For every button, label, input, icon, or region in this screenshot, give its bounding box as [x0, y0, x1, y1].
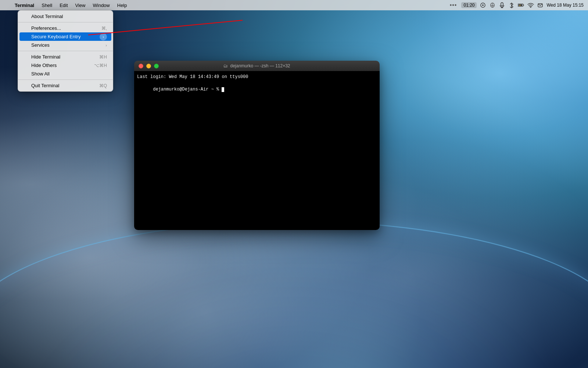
- terminal-line-2: dejanmurko@Dejans-Air ~ %: [137, 80, 377, 99]
- services-submenu-arrow: ›: [105, 43, 107, 47]
- quit-terminal-label: Quit Terminal: [31, 83, 59, 88]
- battery-icon[interactable]: ⚡: [518, 2, 524, 8]
- menu-item-services[interactable]: Services ›: [18, 41, 113, 49]
- apple-menu[interactable]: [4, 4, 9, 6]
- wifi-icon[interactable]: [527, 2, 534, 8]
- hide-terminal-shortcut: ⌘H: [99, 54, 107, 60]
- menu-item-about-terminal[interactable]: About Terminal: [18, 12, 113, 21]
- terminal-body[interactable]: Last login: Wed May 18 14:43:49 on ttys0…: [134, 71, 380, 230]
- menubar-left: Terminal Shell Edit View Window Help: [4, 2, 130, 9]
- dots-menu[interactable]: •••: [448, 1, 459, 9]
- menu-item-secure-keyboard[interactable]: Secure Keyboard Entry ›: [19, 32, 111, 41]
- menubar-view[interactable]: View: [72, 2, 89, 9]
- bluetooth-icon[interactable]: [508, 2, 515, 8]
- svg-point-1: [482, 4, 484, 6]
- svg-point-13: [530, 7, 531, 8]
- notification-icon[interactable]: [537, 2, 544, 8]
- show-all-label: Show All: [31, 71, 50, 77]
- secure-keyboard-label: Secure Keyboard Entry: [31, 34, 80, 39]
- terminal-title: 🗂 dejanmurko — -zsh — 112×32: [223, 63, 290, 68]
- atmosphere-glow: [368, 0, 588, 221]
- menubar-terminal[interactable]: Terminal: [12, 2, 37, 9]
- menu-item-hide-terminal[interactable]: Hide Terminal ⌘H: [18, 53, 113, 61]
- menubar-help[interactable]: Help: [114, 2, 130, 9]
- hide-terminal-label: Hide Terminal: [31, 54, 60, 60]
- menubar-right: ••• 01:20: [448, 1, 584, 9]
- time-badge: 01:20: [461, 2, 477, 8]
- microphone-icon[interactable]: [499, 2, 505, 8]
- minimize-button[interactable]: [146, 64, 151, 68]
- terminal-title-icon: 🗂: [223, 63, 228, 68]
- menu-item-quit-terminal[interactable]: Quit Terminal ⌘Q: [18, 81, 113, 90]
- hide-others-label: Hide Others: [31, 63, 57, 68]
- secure-keyboard-arrow: ›: [100, 33, 107, 40]
- datetime-display: Wed 18 May 15:15: [546, 3, 584, 8]
- terminal-line-1: Last login: Wed May 18 14:43:49 on ttys0…: [137, 74, 377, 80]
- terminal-cursor: [222, 87, 224, 92]
- terminal-titlebar: 🗂 dejanmurko — -zsh — 112×32: [134, 61, 380, 71]
- menu-separator-3: [18, 79, 113, 80]
- focus-icon[interactable]: [480, 2, 486, 8]
- menubar-edit[interactable]: Edit: [57, 2, 71, 9]
- about-terminal-label: About Terminal: [31, 14, 63, 19]
- terminal-window[interactable]: 🗂 dejanmurko — -zsh — 112×32 Last login:…: [134, 61, 380, 230]
- services-label: Services: [31, 42, 50, 48]
- terminal-menu-dropdown: About Terminal Preferences... ⌘, Secure …: [18, 10, 113, 92]
- maximize-button[interactable]: [154, 64, 159, 68]
- window-buttons: [139, 64, 159, 68]
- quit-terminal-shortcut: ⌘Q: [99, 83, 107, 88]
- siri-icon[interactable]: [489, 2, 496, 8]
- menu-item-preferences[interactable]: Preferences... ⌘,: [18, 24, 113, 32]
- hide-others-shortcut: ⌥⌘H: [94, 63, 107, 68]
- menu-separator-1: [18, 22, 113, 22]
- menu-item-show-all[interactable]: Show All: [18, 70, 113, 78]
- preferences-shortcut: ⌘,: [101, 26, 107, 31]
- menu-separator-2: [18, 51, 113, 51]
- preferences-label: Preferences...: [31, 25, 61, 31]
- menu-item-hide-others[interactable]: Hide Others ⌥⌘H: [18, 61, 113, 70]
- terminal-title-text: dejanmurko — -zsh — 112×32: [230, 63, 290, 68]
- menubar-shell[interactable]: Shell: [39, 2, 55, 9]
- svg-rect-11: [524, 4, 524, 6]
- menubar: Terminal Shell Edit View Window Help •••…: [0, 0, 588, 10]
- close-button[interactable]: [139, 64, 143, 68]
- svg-rect-4: [501, 3, 503, 6]
- menubar-window[interactable]: Window: [90, 2, 113, 9]
